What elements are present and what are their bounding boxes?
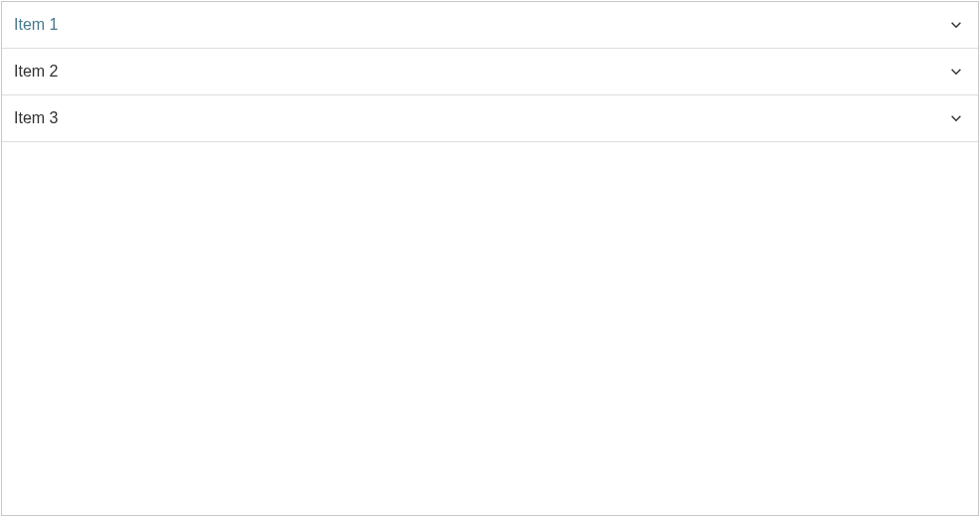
accordion-header-3[interactable]: Item 3	[2, 95, 978, 141]
accordion-header-2[interactable]: Item 2	[2, 49, 978, 94]
accordion: Item 1 Item 2 Item 3	[2, 2, 978, 142]
accordion-item-2: Item 2	[2, 49, 978, 95]
chevron-down-icon	[948, 110, 964, 126]
accordion-item-label: Item 3	[14, 109, 58, 127]
accordion-item-label: Item 1	[14, 16, 58, 34]
accordion-container: Item 1 Item 2 Item 3	[1, 1, 979, 516]
accordion-item-3: Item 3	[2, 95, 978, 142]
chevron-down-icon	[948, 64, 964, 80]
chevron-down-icon	[948, 17, 964, 33]
accordion-item-label: Item 2	[14, 63, 58, 81]
accordion-item-1: Item 1	[2, 2, 978, 49]
accordion-header-1[interactable]: Item 1	[2, 2, 978, 48]
